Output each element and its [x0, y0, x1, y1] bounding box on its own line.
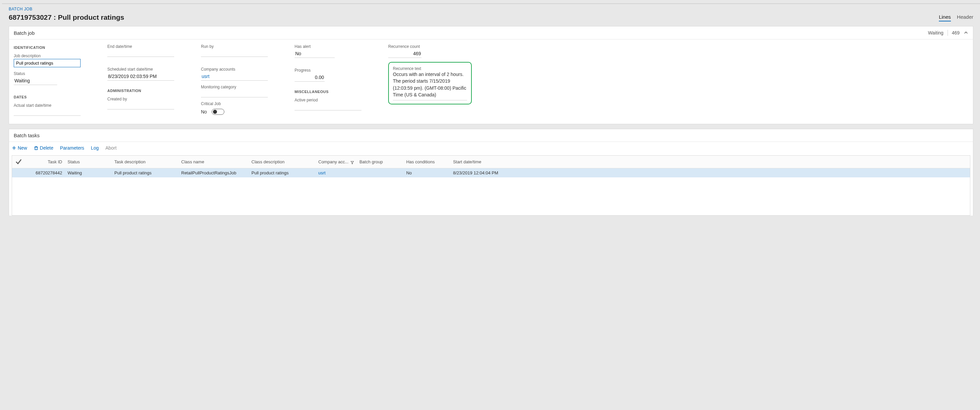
- batch-job-panel: Batch job Waiting 469 IDENTIFICATION Job…: [9, 26, 973, 124]
- col-has-cond[interactable]: Has conditions: [404, 156, 450, 168]
- cell-batch-group: [357, 168, 404, 178]
- tasks-grid[interactable]: Task ID Status Task description Class na…: [12, 156, 970, 177]
- parameters-button[interactable]: Parameters: [60, 145, 84, 151]
- tab-lines[interactable]: Lines: [939, 14, 951, 21]
- section-admin: ADMINISTRATION: [107, 89, 184, 93]
- panel-status: Waiting: [928, 30, 943, 35]
- section-identification: IDENTIFICATION: [14, 46, 91, 49]
- col-company[interactable]: Company acc...: [316, 156, 357, 168]
- svg-marker-5: [351, 161, 353, 164]
- critical-toggle[interactable]: [212, 109, 224, 115]
- new-button[interactable]: New: [12, 145, 27, 151]
- cell-class-name: RetailPullProductRatingsJob: [178, 168, 249, 178]
- svg-rect-2: [35, 147, 37, 150]
- col-class-name[interactable]: Class name: [178, 156, 249, 168]
- monitoring-value: [201, 90, 268, 97]
- recurrence-text-box: Recurrence text Occurs with an interval …: [388, 62, 472, 104]
- chevron-up-icon[interactable]: [964, 30, 968, 35]
- end-date-label: End date/time: [107, 44, 184, 49]
- end-date-value: [107, 49, 174, 57]
- scheduled-label: Scheduled start date/time: [107, 67, 184, 72]
- recurrence-text-label: Recurrence text: [393, 66, 421, 71]
- trash-icon: [34, 145, 38, 150]
- active-period-value: [294, 103, 361, 110]
- actual-start-label: Actual start date/time: [14, 103, 91, 108]
- section-dates: DATES: [14, 95, 91, 99]
- batch-tasks-panel: Batch tasks New Delete Parameters Log Ab…: [9, 129, 973, 215]
- table-row[interactable]: 68720278442 Waiting Pull product ratings…: [12, 168, 970, 178]
- cell-task-id: 68720278442: [25, 168, 65, 178]
- created-by-label: Created by: [107, 97, 184, 101]
- filter-icon[interactable]: [350, 160, 354, 164]
- actual-start-value: [14, 108, 81, 116]
- has-alert-value: No: [294, 49, 335, 58]
- divider: [948, 30, 948, 36]
- col-start[interactable]: Start date/time: [450, 156, 970, 168]
- panel-title-batch-job: Batch job: [14, 30, 35, 36]
- job-description-input[interactable]: [14, 59, 81, 67]
- plus-icon: [12, 145, 16, 150]
- progress-label: Progress: [294, 68, 371, 73]
- company-value[interactable]: usrt: [201, 72, 268, 81]
- cell-class-desc: Pull product ratings: [249, 168, 316, 178]
- col-batch-group[interactable]: Batch group: [357, 156, 404, 168]
- panel-title-batch-tasks: Batch tasks: [14, 132, 40, 138]
- status-label: Status: [14, 71, 91, 76]
- scheduled-value: 8/23/2019 02:03:59 PM: [107, 72, 174, 81]
- cell-start: 8/23/2019 12:04:04 PM: [450, 168, 970, 178]
- company-label: Company accounts: [201, 67, 278, 72]
- recurrence-text-value: Occurs with an interval of 2 hours. The …: [393, 71, 467, 101]
- delete-button[interactable]: Delete: [34, 145, 53, 151]
- checkmark-icon[interactable]: [15, 161, 22, 166]
- col-task-desc[interactable]: Task description: [112, 156, 178, 168]
- run-by-value: [201, 49, 268, 57]
- has-alert-label: Has alert: [294, 44, 371, 49]
- critical-value: No: [201, 109, 207, 115]
- progress-value: 0.00: [294, 73, 325, 82]
- job-description-label: Job description: [14, 54, 91, 58]
- section-misc: MISCELLANEOUS: [294, 90, 371, 94]
- log-button[interactable]: Log: [91, 145, 99, 151]
- critical-label: Critical Job: [201, 101, 278, 106]
- created-by-value: [107, 102, 174, 109]
- page-title: 68719753027 : Pull product ratings: [9, 13, 124, 21]
- cell-company[interactable]: usrt: [318, 171, 326, 175]
- col-class-desc[interactable]: Class description: [249, 156, 316, 168]
- tab-header[interactable]: Header: [957, 14, 973, 21]
- status-value: Waiting: [14, 77, 57, 85]
- cell-status: Waiting: [65, 168, 112, 178]
- breadcrumb[interactable]: BATCH JOB: [9, 7, 973, 11]
- panel-count: 469: [952, 30, 959, 35]
- recurrence-count-label: Recurrence count: [388, 44, 475, 49]
- run-by-label: Run by: [201, 44, 278, 49]
- cell-has-cond: No: [404, 168, 450, 178]
- col-status[interactable]: Status: [65, 156, 112, 168]
- recurrence-count-value: 469: [388, 49, 422, 58]
- abort-button: Abort: [105, 145, 116, 151]
- active-period-label: Active period: [294, 98, 371, 102]
- col-task-id[interactable]: Task ID: [25, 156, 65, 168]
- monitoring-label: Monitoring category: [201, 85, 278, 89]
- cell-task-desc: Pull product ratings: [112, 168, 178, 178]
